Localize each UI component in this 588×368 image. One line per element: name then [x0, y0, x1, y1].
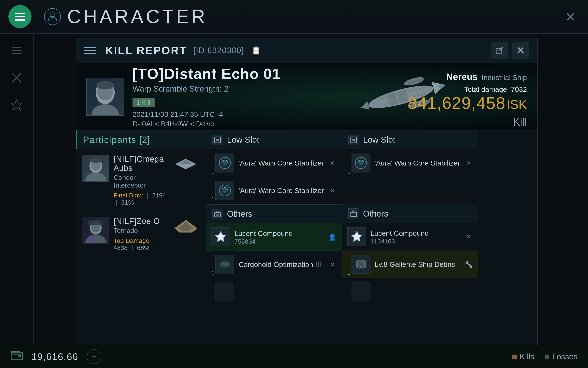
equip-item[interactable]: 1 'Aura' Warp Core Stabilizer ✕	[206, 149, 342, 177]
close-report-button[interactable]: ✕	[512, 42, 529, 59]
svg-point-73	[18, 355, 21, 357]
svg-rect-36	[88, 237, 93, 241]
equip-item-icon	[216, 181, 234, 200]
equip-item-name: Lucent Compound	[234, 229, 324, 238]
participant-info: [NILF]Omega Aubs Condor Interceptor Fina…	[114, 155, 168, 206]
low-slot-title: Low Slot	[227, 135, 259, 145]
character-icon	[44, 8, 61, 25]
participant-stat-label: Top Damage	[114, 237, 149, 244]
equip-item-icon	[211, 228, 230, 246]
equip-item-name: Lv.8 Gallente Ship Debris	[375, 260, 460, 269]
equip-item-icon	[352, 255, 371, 274]
equip-item-icon	[347, 227, 366, 246]
equip-remove-button[interactable]: ✕	[464, 232, 473, 241]
others-title: Others	[227, 209, 252, 219]
kills-label: Kills	[520, 352, 534, 361]
total-damage: Total damage: 7032	[407, 85, 527, 93]
participants-title: Participants	[83, 135, 136, 145]
svg-rect-3	[11, 50, 22, 51]
menu-button[interactable]	[9, 5, 31, 28]
ship-class: Industrial Ship	[482, 74, 527, 82]
copy-icon[interactable]: 📋	[251, 46, 261, 55]
equipment-col-left: Low Slot 1	[206, 130, 342, 357]
equip-empty-row	[342, 177, 478, 204]
hamburger-icon	[15, 13, 25, 21]
equip-item[interactable]: Lucent Compound 755834 👤	[206, 223, 342, 251]
isk-label: ISK	[507, 97, 527, 111]
equip-wrench-button[interactable]: 🔧	[464, 260, 473, 268]
low-slot-icon-right	[348, 135, 359, 145]
kill-datetime: 2021/11/03 21:47:35 UTC -4	[133, 110, 281, 119]
app-title: CHARACTER	[67, 6, 208, 28]
sidebar-star-icon[interactable]	[8, 97, 25, 113]
app-close-button[interactable]: ×	[566, 7, 575, 26]
equip-remove-button[interactable]: ✕	[328, 159, 337, 167]
equip-item[interactable]: 1 Cargohold Optimization II	[206, 251, 342, 278]
others-title-right: Others	[363, 209, 388, 219]
equip-item-name: Cargohold Optimization III	[239, 260, 324, 269]
external-link-button[interactable]	[491, 42, 508, 59]
svg-marker-16	[359, 101, 370, 112]
svg-point-46	[223, 188, 227, 193]
kill-result-type: Kill	[407, 116, 527, 128]
equipment-grid: Low Slot 1	[206, 130, 478, 357]
pilot-avatar	[86, 78, 124, 116]
participant-stat-label: Final Blow	[114, 192, 143, 199]
equip-item[interactable]: 1 'Aura' Warp Core Stabilizer ✕	[342, 149, 478, 177]
participant-item[interactable]: [NILF]Omega Aubs Condor Interceptor Fina…	[76, 149, 206, 212]
wallet-icon	[10, 349, 23, 364]
participant-damage: 4838	[114, 244, 128, 251]
equip-item[interactable]: 1 'Aura' Warp Core Stabilizer ✕	[206, 177, 342, 204]
svg-point-68	[357, 266, 360, 269]
equip-item[interactable]: 1 Lv.8 Gallente Ship Debris	[342, 251, 478, 278]
sidebar-menu-icon[interactable]	[8, 42, 25, 59]
equip-item[interactable]	[206, 278, 342, 306]
participants-header: Participants [2]	[76, 130, 206, 149]
equip-item-info: Lucent Compound 1134166	[371, 229, 460, 245]
wallet-balance: 19,616.66	[31, 351, 78, 362]
svg-rect-61	[351, 212, 357, 217]
equip-item[interactable]: Lucent Compound 1134166 ✕	[342, 223, 478, 251]
top-bar: CHARACTER ×	[0, 0, 588, 34]
svg-rect-57	[351, 137, 357, 143]
svg-rect-40	[215, 137, 220, 143]
warp-scramble: Warp Scramble Strength: 2	[133, 84, 281, 93]
avatar-image	[87, 78, 124, 115]
participants-count: [2]	[139, 135, 150, 145]
equip-remove-button[interactable]: ✕	[464, 159, 473, 167]
svg-rect-54	[222, 261, 228, 266]
participant-stats: Top Damage | 4838 | 68%	[114, 237, 168, 251]
character-silhouette-icon	[47, 11, 58, 22]
sidebar-crossed-swords-icon[interactable]	[8, 69, 25, 86]
total-damage-value: 7032	[511, 85, 527, 93]
kill-report-body: Participants [2] [NILF]Omega Au	[76, 130, 537, 357]
equip-person-button[interactable]: 👤	[328, 233, 337, 241]
kill-report-header: KILL REPORT [ID:6320380] 📋 ✕	[76, 38, 537, 63]
losses-label: Losses	[552, 352, 578, 361]
svg-point-43	[223, 161, 227, 165]
isk-row: 841,629,458 ISK	[407, 93, 527, 113]
svg-rect-4	[11, 53, 22, 54]
participant-pct: 31%	[121, 199, 134, 206]
add-funds-button[interactable]: +	[87, 349, 101, 364]
svg-rect-47	[215, 212, 220, 217]
participant-item[interactable]: [NILF]Zoe O Tornado Top Damage | 4838 | …	[76, 212, 206, 257]
participant-ship-img	[172, 155, 199, 174]
kill-report-hero: [TO]Distant Echo 01 Warp Scramble Streng…	[76, 63, 537, 130]
equip-amount: 1134166	[371, 238, 460, 245]
pilot-name: [TO]Distant Echo 01	[133, 65, 281, 82]
svg-point-56	[226, 266, 228, 268]
others-header-right: Others	[342, 204, 478, 223]
participant-info: [NILF]Zoe O Tornado Top Damage | 4838 | …	[114, 217, 168, 251]
equip-remove-button[interactable]: ✕	[328, 186, 337, 195]
participant-name: [NILF]Zoe O	[114, 217, 168, 226]
main-content: KILL REPORT [ID:6320380] 📋 ✕	[34, 34, 588, 368]
equip-item-name: 'Aura' Warp Core Stabilizer	[375, 158, 460, 168]
others-header: Others	[206, 204, 342, 223]
isk-value: 841,629,458	[407, 94, 506, 112]
equip-item[interactable]	[342, 278, 478, 306]
svg-rect-70	[358, 263, 364, 266]
kill-location: D-I0AI < B4H-9W < Delve	[133, 120, 281, 128]
kr-menu-button[interactable]	[84, 44, 99, 57]
equip-remove-button[interactable]: ✕	[328, 260, 337, 269]
